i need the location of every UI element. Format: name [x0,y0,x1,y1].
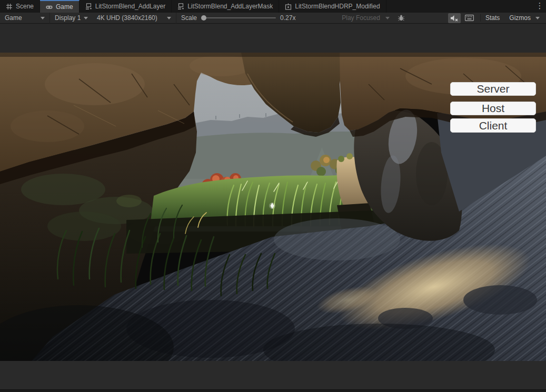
keyboard-grid-icon[interactable] [463,13,476,23]
gamepad-icon [46,4,53,11]
tab-litstormblendhdrp-modified[interactable]: LitStormBlendHDRP_Modified [279,0,386,13]
tab-bar: Scene Game LitStormBlend_AddLayer [0,0,546,13]
scale-slider-track[interactable] [201,17,276,18]
chevron-down-icon [167,17,171,19]
top-edge-shadow [0,53,546,57]
tab-label: Scene [16,3,34,10]
mute-audio-button[interactable] [448,13,461,23]
chevron-down-icon [385,17,390,19]
unity-game-window: Scene Game LitStormBlend_AddLayer [0,0,546,392]
display-dropdown[interactable]: Display 1 [50,13,92,24]
scale-control: Scale 0.27x [176,13,303,24]
scale-slider-handle[interactable] [201,15,206,21]
shader-graph-icon [85,3,92,10]
tab-label: LitStormBlendHDRP_Modified [295,3,380,10]
server-button-label: Server [477,83,510,95]
mute-audio-icon [450,15,459,22]
window-bottom-strip [0,389,546,392]
scale-slider[interactable] [200,13,277,24]
game-mode-dropdown[interactable]: Game [0,13,50,24]
chevron-down-icon [84,17,88,19]
play-focused-dropdown[interactable]: Play Focused [337,13,394,24]
tab-label: LitStormBlend_AddLayer [95,3,165,10]
bug-icon[interactable] [395,13,407,23]
shader-icon [285,3,292,10]
game-viewport [0,53,546,361]
rendered-scene [0,53,546,361]
gizmos-dropdown[interactable]: Gizmos [504,13,546,24]
stats-button[interactable]: Stats [481,13,504,24]
client-button[interactable]: Client [450,118,536,133]
tab-label: Game [56,3,73,11]
gizmos-label: Gizmos [509,14,531,22]
grid-icon [6,3,13,10]
resolution-value: 4K UHD (3840x2160) [97,14,157,22]
host-button[interactable]: Host [450,102,536,115]
scale-label: Scale [181,14,197,22]
tab-label: LitStormBlend_AddLayerMask [187,3,273,10]
client-button-label: Client [479,119,508,132]
shader-graph-icon [177,3,184,10]
tab-scene[interactable]: Scene [0,0,40,13]
scale-value: 0.27x [280,14,298,22]
tab-litstormblend-addlayermask[interactable]: LitStormBlend_AddLayerMask [172,0,279,13]
tab-litstormblend-addlayer[interactable]: LitStormBlend_AddLayer [80,0,172,13]
game-mode-value: Game [5,14,22,22]
stats-label: Stats [485,14,500,22]
host-button-label: Host [482,102,504,115]
game-view-toolbar: Game Display 1 4K UHD (3840x2160) Scale … [0,13,546,24]
resolution-dropdown[interactable]: 4K UHD (3840x2160) [92,13,176,24]
server-button[interactable]: Server [450,82,536,96]
sparkle-particle [269,203,275,209]
letterbox-top [0,24,546,53]
tab-game[interactable]: Game [40,0,80,13]
play-focused-value: Play Focused [342,14,380,22]
letterbox-bottom [0,361,546,389]
display-value: Display 1 [55,14,81,22]
kebab-menu-icon[interactable]: ⋮ [535,1,544,11]
chevron-down-icon [535,17,540,19]
chevron-down-icon [41,17,45,19]
